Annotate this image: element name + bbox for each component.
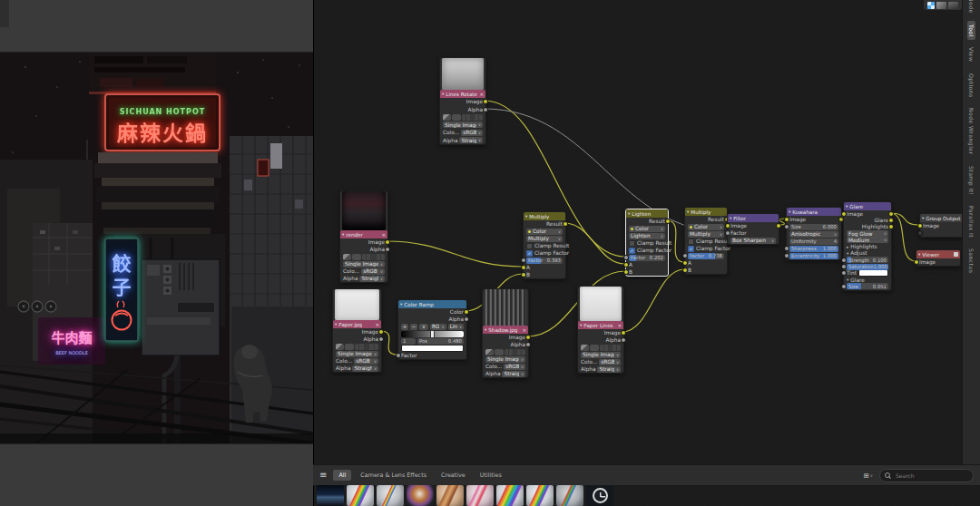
b-input-socket[interactable] bbox=[682, 268, 688, 273]
dropdown-straight[interactable]: Straight∨ bbox=[597, 366, 621, 373]
close-icon[interactable]: × bbox=[617, 323, 622, 328]
close-icon[interactable]: × bbox=[375, 322, 379, 327]
collapse-icon[interactable]: ▾ bbox=[687, 209, 689, 214]
node-header[interactable]: ▾Kuwahara bbox=[787, 208, 841, 216]
sidebar-tab-options[interactable]: Options bbox=[967, 70, 975, 102]
dropdown-lighten[interactable]: Lighten∨ bbox=[629, 233, 665, 239]
image-browse-buttons[interactable] bbox=[462, 114, 483, 121]
sidebar-tab-stamp-it-[interactable]: Stamp It! bbox=[967, 162, 975, 199]
checkbox-clamp-factor[interactable]: ✓ bbox=[526, 250, 533, 257]
delete-stop-button[interactable]: − bbox=[410, 324, 417, 330]
b-input-socket[interactable] bbox=[521, 272, 526, 277]
factor-input-socket[interactable] bbox=[396, 353, 401, 358]
node-header[interactable]: ▾Paper.jpg× bbox=[333, 320, 381, 328]
node-header[interactable]: ▾Lines Rotated.j...× bbox=[440, 90, 485, 98]
browse-cell[interactable] bbox=[478, 114, 483, 121]
image-browse-buttons[interactable] bbox=[362, 254, 385, 260]
node-header[interactable]: ▾Multiply bbox=[524, 212, 565, 220]
asset-thumbnail-ball-dark[interactable] bbox=[407, 485, 434, 506]
hamburger-icon[interactable]: ≡ bbox=[319, 471, 327, 480]
field-uniformity[interactable]: Uniformity4 bbox=[789, 238, 838, 245]
collapse-icon[interactable]: ▾ bbox=[628, 211, 630, 216]
alpha-output-socket[interactable] bbox=[378, 336, 384, 342]
b-input-socket[interactable] bbox=[623, 269, 629, 275]
slider-saturation[interactable]: Saturation1.000 bbox=[847, 264, 888, 270]
node-header[interactable]: ▾Lighten bbox=[626, 209, 668, 218]
checkbox-clamp-result[interactable] bbox=[526, 243, 533, 249]
result-output-socket[interactable] bbox=[563, 221, 568, 227]
node-header[interactable]: ▾Shadow.jpg× bbox=[483, 326, 528, 334]
image-input-socket[interactable] bbox=[725, 223, 730, 229]
triangle-down-icon[interactable]: ▾ bbox=[847, 251, 848, 256]
stop-index-field[interactable]: 1 bbox=[401, 338, 416, 345]
node-editor[interactable]: ▾Lines Rotated.j...×ImageAlphaSingle Ima… bbox=[313, 0, 980, 506]
position-field[interactable]: Pos0.480 bbox=[417, 338, 464, 345]
node-multiply-1[interactable]: ▾MultiplyResultColor∨Multiply∨Clamp Resu… bbox=[523, 211, 566, 279]
alpha-output-socket[interactable] bbox=[525, 342, 531, 347]
browse-cell[interactable] bbox=[616, 345, 621, 351]
dropdown-multiply[interactable]: Multiply∨ bbox=[526, 236, 563, 242]
color-swatch[interactable] bbox=[401, 345, 464, 352]
checkbox-clamp-factor[interactable]: ✓ bbox=[688, 246, 694, 252]
dropdown-anisotropic[interactable]: Anisotropic∨ bbox=[789, 231, 838, 238]
dropdown-multiply[interactable]: Multiply∨ bbox=[688, 231, 724, 238]
a-input-socket[interactable] bbox=[521, 265, 526, 270]
close-icon[interactable]: × bbox=[479, 92, 484, 97]
slider-size[interactable]: Size0.051 bbox=[847, 283, 888, 289]
slider-factor[interactable]: Factor0.202 bbox=[629, 255, 665, 261]
node-header[interactable]: ▾Glare bbox=[844, 202, 891, 210]
sidebar-tab-node-wrangler[interactable]: Node Wrangler bbox=[967, 104, 975, 158]
node-shadow-image[interactable]: ▾Shadow.jpg×ImageAlphaSingle Image∨Colo.… bbox=[482, 288, 529, 378]
collapse-icon[interactable]: ▾ bbox=[789, 209, 790, 214]
asset-thumbnail-ball-a[interactable] bbox=[526, 485, 554, 506]
collapse-icon[interactable]: ▾ bbox=[730, 216, 731, 220]
checkbox-clamp-result[interactable] bbox=[688, 238, 694, 245]
node-header[interactable]: ▾Group Output bbox=[920, 214, 967, 222]
highlights-output-socket[interactable] bbox=[888, 224, 894, 229]
asset-search-box[interactable] bbox=[879, 469, 974, 482]
asset-tab-utilities[interactable]: Utilities bbox=[475, 470, 507, 481]
checkbox-clamp-factor[interactable]: ✓ bbox=[629, 248, 635, 254]
triangle-down-icon[interactable]: ▾ bbox=[847, 277, 848, 282]
node-header[interactable]: ▾Color Ramp bbox=[398, 300, 466, 308]
dropdown-srgb[interactable]: sRGB∨ bbox=[354, 358, 378, 365]
alpha-output-socket[interactable] bbox=[385, 247, 390, 252]
checkbox-clamp-result[interactable] bbox=[629, 240, 635, 247]
asset-tab-camera-lens-effects[interactable]: Camera & Lens Effects bbox=[355, 470, 432, 481]
image-output-socket[interactable] bbox=[385, 239, 390, 245]
asset-thumbnail-city[interactable] bbox=[317, 485, 344, 506]
collapse-icon[interactable]: ▾ bbox=[342, 232, 344, 237]
asset-thumbnail-ball-rainbow[interactable] bbox=[496, 485, 524, 506]
image-icon[interactable] bbox=[343, 254, 351, 260]
node-glare[interactable]: ▾GlareImageGlareHighlightsFog Glow∨Mediu… bbox=[843, 201, 892, 291]
asset-tab-all[interactable]: All bbox=[333, 470, 351, 481]
collapse-icon[interactable]: ▾ bbox=[846, 204, 848, 209]
node-header[interactable]: ▾Filter bbox=[728, 214, 779, 222]
collapse-icon[interactable]: ▾ bbox=[485, 327, 486, 332]
node-paper-image[interactable]: ▾Paper.jpg×ImageAlphaSingle Image∨Colo..… bbox=[332, 288, 382, 373]
dropdown-single-image[interactable]: Single Image∨ bbox=[485, 356, 525, 363]
node-render-image[interactable]: ▾render×ImageAlphaSingle Image∨Colo...sR… bbox=[339, 190, 388, 283]
asset-thumbnail-clock[interactable] bbox=[586, 485, 613, 506]
dropdown-single-image[interactable]: Single Image∨ bbox=[443, 122, 483, 128]
extension-input-socket[interactable] bbox=[917, 230, 923, 236]
image-user-count[interactable] bbox=[352, 254, 361, 260]
result-output-socket[interactable] bbox=[665, 219, 671, 224]
render-thumb-icon[interactable] bbox=[936, 2, 946, 9]
node-header[interactable]: ▾Multiply bbox=[685, 208, 727, 216]
sidebar-tab-parallax-it[interactable]: Parallax It bbox=[967, 202, 975, 241]
image-input-socket[interactable] bbox=[841, 211, 847, 217]
node-group-output[interactable]: ▾Group OutputImage bbox=[919, 213, 968, 238]
dropdown-data-type[interactable]: Color∨ bbox=[526, 229, 563, 235]
a-input-socket[interactable] bbox=[682, 260, 688, 266]
dropdown-straight[interactable]: Straight∨ bbox=[502, 371, 525, 377]
close-icon[interactable]: × bbox=[522, 327, 526, 333]
dropdown-data-type[interactable]: Color∨ bbox=[688, 224, 724, 230]
dropdown-srgb[interactable]: sRGB∨ bbox=[461, 130, 483, 136]
color-ramp-gradient[interactable] bbox=[401, 331, 464, 337]
dropdown-single-image[interactable]: Single Image∨ bbox=[336, 351, 378, 357]
dropdown-single-image[interactable]: Single Image∨ bbox=[581, 352, 621, 358]
image-browse-buttons[interactable] bbox=[505, 349, 525, 355]
a-input-socket[interactable] bbox=[623, 262, 629, 268]
browse-cell[interactable] bbox=[380, 254, 385, 260]
